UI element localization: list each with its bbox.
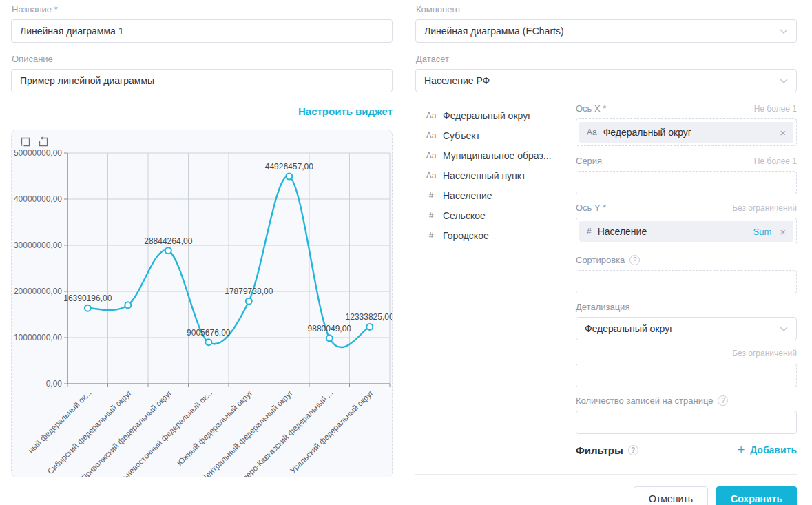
axis-x-chip-label: Федеральный округ — [603, 127, 691, 138]
series-dropzone[interactable] — [576, 171, 797, 194]
add-filter-button[interactable]: + Добавить — [738, 444, 797, 456]
footer-divider — [415, 474, 797, 475]
field-item[interactable]: Aa Муниципальное образ... — [415, 145, 576, 165]
axis-x-limit: Не более 1 — [754, 104, 797, 114]
string-type-icon: Aa — [426, 171, 437, 181]
name-input-value: Линейная диаграмма 1 — [20, 25, 124, 37]
footer-actions: Отменить Сохранить — [415, 486, 797, 505]
number-type-icon: # — [426, 191, 437, 200]
svg-text:Уральский федеральный округ: Уральский федеральный округ — [289, 389, 375, 475]
dataset-select-value: Население РФ — [424, 75, 490, 86]
configure-widget-row: Настроить виджет — [11, 105, 393, 119]
dataset-config-body: Aa Федеральный округ Aa Субъект Aa Муниц… — [415, 103, 797, 457]
component-select-value: Линейная диаграмма (ECharts) — [424, 25, 564, 37]
field-item-label: Населенный пункт — [443, 170, 525, 181]
svg-text:0,00: 0,00 — [46, 379, 63, 389]
chevron-down-icon — [780, 327, 788, 331]
help-icon[interactable]: ? — [629, 255, 640, 265]
detail-label: Детализация — [576, 302, 629, 312]
description-input[interactable]: Пример линейной диаграммы — [11, 69, 393, 92]
remove-icon[interactable]: × — [780, 227, 786, 237]
axis-y-label: Ось Y * — [576, 203, 606, 213]
detail-select[interactable]: Федеральный округ — [576, 317, 797, 340]
widget-main-column: Название * Линейная диаграмма 1 Описание… — [11, 0, 393, 477]
svg-text:40000000,00: 40000000,00 — [14, 194, 62, 204]
dataset-label: Датасет — [416, 54, 797, 64]
series-limit: Не более 1 — [754, 156, 797, 166]
sorting-row: Сортировка ? — [576, 255, 797, 293]
chevron-down-icon — [780, 79, 788, 83]
svg-text:9880049,00: 9880049,00 — [308, 324, 352, 333]
remove-icon[interactable]: × — [780, 127, 786, 138]
axis-y-dropzone[interactable]: # Население Sum × — [576, 218, 797, 245]
field-item[interactable]: # Сельское — [415, 205, 576, 225]
page-size-input[interactable] — [576, 411, 797, 434]
sorting-label: Сортировка — [576, 255, 625, 265]
field-item[interactable]: # Городское — [415, 225, 576, 245]
name-input[interactable]: Линейная диаграмма 1 — [11, 19, 393, 43]
string-type-icon: Aa — [426, 111, 437, 121]
field-item-label: Субъект — [443, 130, 480, 141]
aggregation-badge[interactable]: Sum — [753, 227, 772, 237]
chart-preview-panel: 0,0010000000,0020000000,0030000000,00400… — [11, 130, 393, 477]
help-icon[interactable]: ? — [628, 445, 638, 455]
axes-config-panel: Ось X * Не более 1 Aa Федеральный округ … — [576, 103, 797, 457]
axis-y-chip-label: Население — [598, 226, 647, 237]
save-button[interactable]: Сохранить — [716, 486, 797, 505]
string-type-icon: Aa — [587, 127, 597, 137]
field-item-label: Федеральный округ — [443, 110, 531, 121]
axis-x-row: Ось X * Не более 1 Aa Федеральный округ … — [576, 103, 797, 146]
series-row: Серия Не более 1 — [576, 156, 797, 194]
field-item[interactable]: # Население — [415, 185, 576, 205]
field-item[interactable]: Aa Федеральный округ — [415, 105, 576, 125]
svg-text:Южный федеральный округ: Южный федеральный округ — [175, 389, 253, 467]
sorting-dropzone[interactable] — [576, 270, 797, 293]
page-size-row: Количество записей на странице ? — [576, 395, 797, 434]
help-icon[interactable]: ? — [718, 395, 728, 406]
axis-y-row: Ось Y * Без ограничений # Население Sum … — [576, 203, 797, 245]
extra-dropzone-row: Без ограничений — [576, 349, 797, 387]
restore-icon[interactable] — [38, 136, 49, 147]
svg-text:Сибирский федеральный округ: Сибирский федеральный округ — [46, 389, 134, 476]
axis-x-label: Ось X * — [576, 103, 606, 114]
svg-text:16390196,00: 16390196,00 — [63, 293, 112, 303]
svg-text:12333825,00: 12333825,00 — [346, 312, 393, 322]
chart-toolbox — [20, 136, 49, 147]
field-item[interactable]: Aa Населенный пункт — [415, 165, 576, 185]
detail-select-value: Федеральный округ — [585, 323, 673, 334]
svg-text:ный федеральный ок...: ный федеральный ок... — [27, 389, 93, 455]
number-type-icon: # — [587, 227, 592, 236]
extra-dropzone[interactable] — [576, 364, 797, 387]
svg-text:10000000,00: 10000000,00 — [14, 333, 62, 342]
filters-label: Фильтры — [576, 444, 623, 456]
axis-y-limit: Без ограничений — [732, 203, 797, 213]
axis-x-dropzone[interactable]: Aa Федеральный округ × — [576, 118, 797, 146]
plus-icon: + — [738, 444, 745, 456]
description-input-value: Пример линейной диаграммы — [20, 75, 154, 86]
dataset-fields-list: Aa Федеральный округ Aa Субъект Aa Муниц… — [415, 103, 576, 457]
dataset-select[interactable]: Население РФ — [415, 69, 797, 92]
page-size-label: Количество записей на странице — [576, 395, 713, 406]
extra-limit: Без ограничений — [732, 349, 797, 358]
field-item[interactable]: Aa Субъект — [415, 125, 576, 145]
name-label: Название * — [12, 4, 393, 14]
field-item-label: Муниципальное образ... — [443, 150, 552, 161]
number-type-icon: # — [426, 211, 437, 220]
field-item-label: Сельское — [443, 210, 486, 221]
field-item-label: Население — [443, 190, 492, 201]
axis-x-chip[interactable]: Aa Федеральный округ × — [579, 122, 793, 143]
svg-text:28844264,00: 28844264,00 — [144, 236, 192, 246]
detail-row: Детализация Федеральный округ — [576, 302, 797, 340]
number-type-icon: # — [426, 231, 437, 240]
component-select[interactable]: Линейная диаграмма (ECharts) — [415, 19, 797, 43]
axis-y-chip[interactable]: # Население Sum × — [579, 221, 793, 242]
svg-text:50000000,00: 50000000,00 — [14, 148, 62, 158]
svg-text:17879738,00: 17879738,00 — [225, 287, 273, 296]
string-type-icon: Aa — [426, 151, 437, 161]
widget-settings-column: Компонент Линейная диаграмма (ECharts) Д… — [415, 0, 797, 505]
configure-widget-link[interactable]: Настроить виджет — [298, 105, 393, 117]
svg-text:9005676,00: 9005676,00 — [187, 328, 231, 338]
zoom-select-icon[interactable] — [20, 136, 31, 147]
filters-row: Фильтры ? + Добавить — [576, 442, 797, 457]
cancel-button[interactable]: Отменить — [634, 486, 708, 505]
